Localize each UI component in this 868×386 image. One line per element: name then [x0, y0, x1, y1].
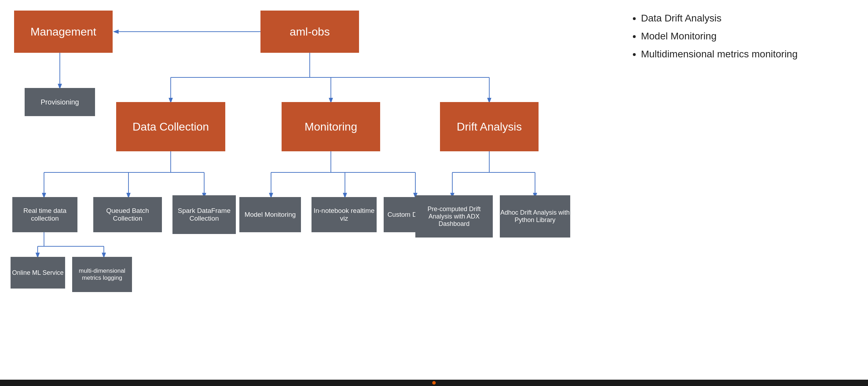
bottom-bar [0, 380, 868, 386]
diagram-container: aml-obs Management Provisioning Data Col… [0, 0, 868, 386]
management-box: Management [14, 11, 113, 53]
aml-obs-box: aml-obs [260, 11, 359, 53]
bullet-item-1: Data Drift Analysis [641, 11, 798, 26]
model-monitoring-box: Model Monitoring [239, 197, 301, 232]
spark-df-box: Spark DataFrame Collection [172, 195, 236, 234]
precomputed-box: Pre-computed Drift Analysis with ADX Das… [415, 195, 493, 238]
bottom-bar-dot [432, 381, 436, 385]
drift-analysis-box: Drift Analysis [440, 102, 539, 151]
queued-batch-box: Queued Batch Collection [93, 197, 162, 232]
monitoring-box: Monitoring [282, 102, 380, 151]
online-ml-box: Online ML Service [11, 257, 65, 289]
innotebook-box: In-notebook realtime viz [312, 197, 377, 232]
bullet-item-2: Model Monitoring [641, 29, 798, 44]
bullet-list: Data Drift Analysis Model Monitoring Mul… [630, 11, 798, 64]
real-time-box: Real time data collection [12, 197, 77, 232]
adhoc-drift-box: Adhoc Drift Analysis with Python Library [500, 195, 570, 238]
provisioning-box: Provisioning [25, 88, 95, 116]
data-collection-box: Data Collection [116, 102, 225, 151]
multidim-box: multi-dimensional metrics logging [72, 257, 132, 292]
bullet-item-3: Multidimensional metrics monitoring [641, 46, 798, 62]
